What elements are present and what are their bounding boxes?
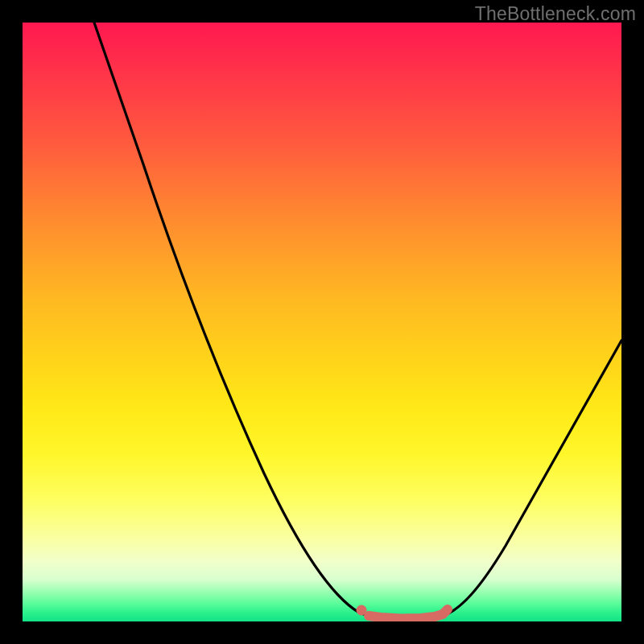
- plot-area: [23, 23, 621, 621]
- curve-layer: [23, 23, 621, 621]
- bottleneck-curve: [94, 23, 621, 618]
- optimal-range-marker: [369, 609, 448, 619]
- chart-frame: TheBottleneck.com: [0, 0, 644, 644]
- optimal-start-dot: [357, 605, 367, 616]
- watermark-text: TheBottleneck.com: [475, 3, 636, 25]
